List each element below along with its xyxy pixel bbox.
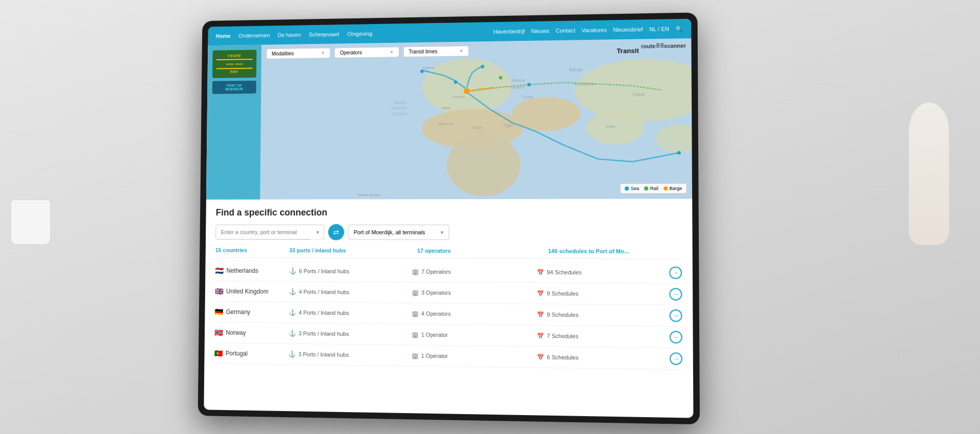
section-title: Find a specific connection (216, 207, 682, 218)
operators-col-4: 🏢 1 Operator (411, 352, 537, 360)
anchor-icon-0: ⚓ (289, 268, 297, 275)
operators-value-0: 7 Operators (421, 269, 451, 275)
row-arrow-btn-4[interactable]: → (670, 352, 682, 365)
building-icon-3: 🏢 (411, 331, 419, 338)
country-name-0: Netherlands (227, 267, 259, 274)
row-arrow-btn-0[interactable]: → (669, 267, 682, 279)
operators-col-2: 🏢 4 Operators (411, 310, 537, 318)
ports-col-0: ⚓ 6 Ports / Inland hubs (289, 268, 411, 275)
nav-home[interactable]: Home (216, 33, 231, 39)
ports-value-4: 3 Ports / Inland hubs (298, 351, 349, 358)
nav-language[interactable]: NL / EN (649, 26, 669, 33)
table-row: 🇵🇹 Portugal ⚓ 3 Ports / Inland hubs 🏢 1 … (214, 343, 683, 370)
ports-value-1: 4 Ports / Inland hubs (299, 288, 349, 295)
modalities-dropdown[interactable]: Modalities ▼ (266, 47, 331, 59)
svg-text:Belarus: Belarus (512, 78, 526, 82)
building-icon-4: 🏢 (411, 352, 419, 359)
building-icon-2: 🏢 (411, 310, 419, 317)
transit-times-dropdown[interactable]: Transit times ▼ (403, 45, 469, 57)
search-icon[interactable]: 🔍 (675, 26, 682, 32)
swap-button[interactable]: ⇄ (328, 224, 345, 240)
nav-nieuwsbrief[interactable]: Nieuwsbrief (613, 26, 643, 33)
calendar-icon-0: 📅 (537, 269, 544, 275)
legend-barge: Barge (664, 186, 682, 191)
schedules-value-0: 94 Schedules (547, 269, 581, 275)
country-col-4: 🇵🇹 Portugal (214, 349, 288, 358)
nav-contact[interactable]: Contact (556, 27, 575, 34)
nav-nieuws[interactable]: Nieuws (531, 28, 549, 34)
country-name-3: Norway (226, 329, 246, 336)
nav-ondernemen[interactable]: Ondernemen (238, 32, 270, 39)
svg-text:Russia: Russia (569, 67, 583, 73)
country-col-0: 🇳🇱 Netherlands (215, 267, 289, 275)
schedules-value-3: 7 Schedules (547, 333, 578, 340)
row-arrow-btn-2[interactable]: → (670, 309, 682, 322)
anchor-icon-3: ⚓ (288, 330, 296, 337)
nav-havenbedrijf[interactable]: Havenbedrijf (493, 28, 525, 35)
schedules-col-4: 📅 6 Schedules (537, 354, 666, 362)
routescanner-logo: route ══ ══ ner (212, 50, 257, 78)
building-icon-0: 🏢 (412, 268, 419, 275)
nav-de-haven[interactable]: De haven (278, 32, 301, 38)
ports-value-3: 3 Ports / Inland hubs (299, 330, 349, 337)
desk-mug (10, 199, 51, 245)
schedules-col-0: 📅 94 Schedules (537, 269, 665, 276)
svg-text:Ocean: Ocean (393, 110, 408, 116)
svg-text:Libya: Libya (472, 125, 482, 130)
anchor-icon-4: ⚓ (288, 351, 296, 358)
country-flag-4: 🇵🇹 (214, 349, 223, 357)
nav-scheepvaart[interactable]: Scheepvaart (309, 31, 339, 38)
anchor-icon-1: ⚓ (289, 288, 297, 295)
search-arrow-icon: ▼ (315, 229, 321, 235)
tablet-screen: Home Ondernemen De haven Scheepvaart Omg… (204, 19, 693, 418)
destination-wrapper: Port of Moerdijk, all terminals ▼ (348, 225, 449, 240)
svg-text:Iceland: Iceland (422, 65, 435, 70)
country-table: 🇳🇱 Netherlands ⚓ 6 Ports / Inland hubs 🏢… (214, 260, 683, 370)
row-arrow-btn-3[interactable]: → (670, 331, 682, 344)
svg-text:Atlantic: Atlantic (391, 105, 407, 110)
operators-col-1: 🏢 3 Operators (411, 289, 537, 297)
destination-dropdown[interactable]: Port of Moerdijk, all terminals ▼ (348, 225, 449, 240)
schedules-value-2: 9 Schedules (547, 311, 578, 318)
ports-col-4: ⚓ 3 Ports / Inland hubs (288, 351, 411, 359)
country-name-1: United Kingdom (226, 288, 268, 295)
nav-vacatures[interactable]: Vacatures (581, 27, 606, 33)
stat-operators: 17 operators (417, 248, 548, 254)
operators-value-1: 3 Operators (421, 290, 451, 296)
calendar-icon-3: 📅 (537, 332, 544, 339)
legend-rail: Rail (644, 186, 658, 191)
operators-dropdown[interactable]: Operators ▼ (334, 46, 399, 58)
sea-label: Sea (631, 186, 640, 191)
rail-label: Rail (650, 186, 658, 191)
sea-dot (625, 186, 629, 190)
search-input-wrapper: ▼ (215, 225, 324, 240)
world-map-svg: North Atlantic Ocean Russia China Icelan… (260, 38, 693, 200)
search-input[interactable] (215, 225, 324, 240)
row-arrow-btn-1[interactable]: → (669, 288, 682, 301)
stats-row: 15 countries 33 ports / inland hubs 17 o… (215, 247, 682, 259)
anchor-icon-2: ⚓ (289, 309, 297, 316)
rail-dot (644, 186, 648, 190)
country-col-3: 🇳🇴 Norway (214, 328, 288, 337)
ports-value-0: 6 Ports / Inland hubs (299, 268, 350, 274)
stat-ports: 33 ports / inland hubs (289, 247, 418, 254)
connection-section: Find a specific connection ▼ ⇄ Port of M… (204, 199, 693, 378)
svg-text:France: France (453, 94, 465, 99)
calendar-icon-2: 📅 (537, 311, 544, 318)
nav-omgeving[interactable]: Omgeving (347, 31, 372, 37)
country-flag-2: 🇩🇪 (215, 308, 224, 316)
legend-sea: Sea (625, 186, 639, 191)
schedules-col-1: 📅 9 Schedules (537, 290, 665, 298)
operators-value-2: 4 Operators (421, 310, 451, 317)
ports-col-3: ⚓ 3 Ports / Inland hubs (288, 330, 411, 338)
map-area: route ══ ══ ner PORT OF MOERDIJK Modalit… (206, 38, 692, 200)
country-flag-1: 🇬🇧 (215, 287, 223, 296)
barge-label: Barge (669, 186, 682, 191)
schedules-col-3: 📅 7 Schedules (537, 332, 665, 341)
country-flag-0: 🇳🇱 (215, 267, 223, 275)
operators-col-3: 🏢 1 Operator (411, 331, 537, 340)
country-flag-3: 🇳🇴 (214, 328, 223, 336)
country-col-2: 🇩🇪 Germany (215, 308, 289, 317)
barge-dot (664, 186, 668, 190)
table-row: 🇬🇧 United Kingdom ⚓ 4 Ports / Inland hub… (215, 281, 682, 305)
